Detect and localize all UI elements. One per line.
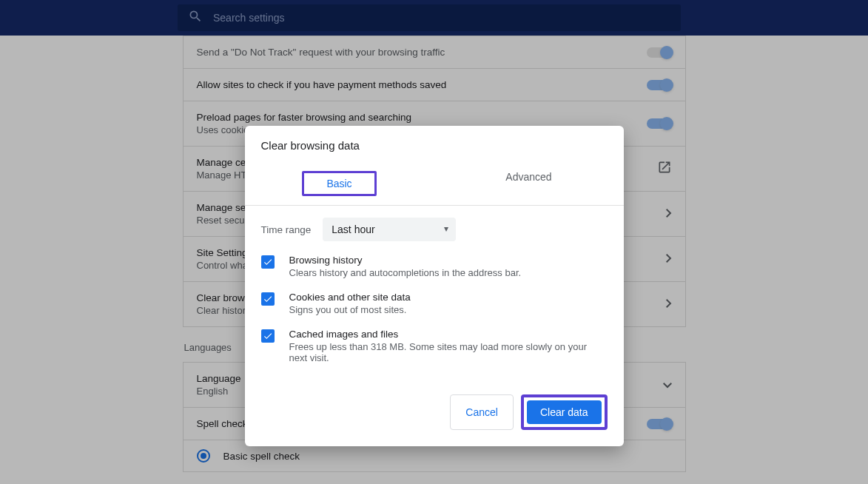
check-subtitle: Signs you out of most sites. [289, 304, 411, 315]
dialog-footer: Cancel Clear data [245, 384, 624, 446]
time-range-select[interactable]: Last hour [323, 218, 456, 241]
clear-data-highlight: Clear data [521, 394, 608, 430]
check-subtitle: Clears history and autocompletions in th… [289, 267, 522, 278]
check-title: Cookies and other site data [289, 292, 411, 303]
tab-advanced[interactable]: Advanced [434, 162, 624, 205]
checkbox-icon[interactable] [261, 255, 275, 269]
clear-data-button[interactable]: Clear data [527, 400, 602, 424]
time-range-row: Time range Last hour [261, 218, 608, 241]
check-browsing-history[interactable]: Browsing history Clears history and auto… [261, 255, 608, 278]
check-title: Browsing history [289, 255, 522, 266]
check-cookies[interactable]: Cookies and other site data Signs you ou… [261, 292, 608, 315]
check-cache[interactable]: Cached images and files Frees up less th… [261, 329, 608, 363]
tab-basic[interactable]: Basic [245, 162, 434, 205]
modal-overlay[interactable]: Clear browsing data Basic Advanced Time … [0, 0, 868, 484]
check-title: Cached images and files [289, 329, 608, 340]
time-range-label: Time range [261, 224, 312, 235]
dialog-title: Clear browsing data [245, 126, 624, 162]
checkbox-icon[interactable] [261, 292, 275, 306]
clear-data-dialog: Clear browsing data Basic Advanced Time … [245, 126, 624, 446]
check-subtitle: Frees up less than 318 MB. Some sites ma… [289, 341, 608, 363]
checkbox-icon[interactable] [261, 329, 275, 343]
cancel-button[interactable]: Cancel [450, 394, 514, 430]
dialog-tabs: Basic Advanced [245, 162, 624, 206]
